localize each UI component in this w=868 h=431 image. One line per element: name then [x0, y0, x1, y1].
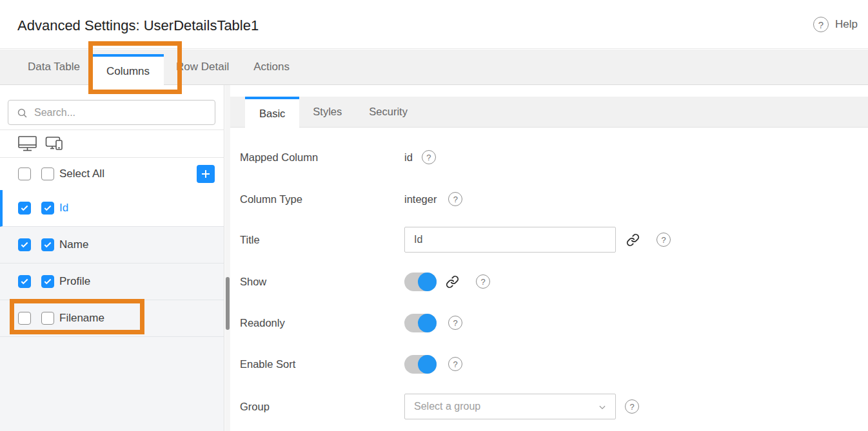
field-label: Group [240, 401, 404, 413]
field-show: Show ? [240, 269, 868, 294]
tab-columns[interactable]: Columns [92, 54, 164, 86]
search-input[interactable] [8, 101, 215, 124]
field-group: Group Select a group ? [240, 394, 868, 419]
show-toggle[interactable] [404, 273, 437, 291]
help-button[interactable]: ? Help [813, 17, 858, 32]
help-circle-icon[interactable]: ? [448, 316, 462, 330]
desktop-icon[interactable] [17, 135, 37, 152]
help-label: Help [835, 18, 858, 31]
name-web-checkbox[interactable] [18, 238, 31, 251]
field-column-type: Column Type integer ? [240, 186, 868, 212]
select-all-label: Select All [59, 168, 104, 180]
profile-mobile-checkbox[interactable] [41, 275, 54, 288]
select-all-row: Select All [0, 158, 224, 190]
tab-basic[interactable]: Basic [245, 97, 299, 128]
name-mobile-checkbox[interactable] [41, 238, 54, 251]
chevron-down-icon [597, 403, 607, 412]
select-all-web-checkbox[interactable] [18, 168, 31, 180]
column-settings-panel: Basic Styles Security Mapped Column id ?… [230, 85, 868, 431]
sidebar-scrollbar-track[interactable] [225, 85, 230, 431]
add-column-button[interactable] [197, 165, 215, 183]
help-circle-icon[interactable]: ? [656, 233, 671, 247]
enable-sort-toggle[interactable] [404, 355, 437, 374]
column-row-name[interactable]: Name [0, 227, 224, 263]
device-toggle-row [0, 130, 224, 157]
filename-mobile-checkbox[interactable] [41, 312, 54, 325]
tab-actions[interactable]: Actions [241, 50, 302, 84]
help-circle-icon[interactable]: ? [625, 399, 639, 414]
page-title: Advanced Settings: UserDetailsTable1 [17, 17, 259, 34]
column-search [8, 100, 215, 125]
bind-link-icon[interactable] [626, 233, 640, 247]
tab-row-detail[interactable]: Row Detail [164, 50, 241, 84]
main-tab-bar: Data Table Columns Row Detail Actions [0, 50, 868, 85]
field-label: Show [240, 276, 404, 288]
tab-styles[interactable]: Styles [299, 97, 355, 127]
toggle-knob [418, 273, 437, 291]
column-type-value: integer [404, 193, 437, 206]
help-circle-icon[interactable]: ? [448, 192, 462, 206]
field-label: Column Type [240, 193, 404, 206]
tab-security[interactable]: Security [355, 97, 421, 127]
help-circle-icon[interactable]: ? [448, 357, 462, 371]
window-header: Advanced Settings: UserDetailsTable1 ? H… [0, 0, 868, 49]
filename-web-checkbox[interactable] [18, 312, 31, 325]
column-row-id[interactable]: Id [0, 190, 224, 227]
field-readonly: Readonly ? [240, 310, 868, 336]
bind-link-icon[interactable] [446, 275, 459, 289]
help-circle-icon: ? [813, 17, 829, 32]
devices-icon[interactable] [45, 135, 64, 152]
mapped-column-value: id [404, 151, 413, 164]
readonly-toggle[interactable] [404, 314, 437, 332]
column-row-filename[interactable]: Filename [0, 300, 224, 337]
field-enable-sort: Enable Sort ? [240, 351, 868, 377]
column-label: Profile [59, 275, 90, 288]
column-row-profile[interactable]: Profile [0, 263, 224, 300]
toggle-knob [418, 314, 437, 332]
field-label: Readonly [240, 317, 404, 329]
field-label: Enable Sort [240, 358, 404, 370]
id-web-checkbox[interactable] [18, 202, 31, 215]
id-mobile-checkbox[interactable] [41, 202, 54, 215]
field-title: Title ? [240, 227, 868, 253]
group-select-placeholder: Select a group [414, 401, 480, 412]
field-label: Mapped Column [240, 151, 404, 164]
column-label: Id [59, 202, 68, 215]
field-label: Title [240, 234, 404, 246]
sidebar-scrollbar-thumb[interactable] [226, 277, 230, 330]
profile-web-checkbox[interactable] [18, 275, 31, 288]
column-label: Filename [59, 312, 104, 325]
toggle-knob [418, 355, 437, 374]
title-input[interactable] [404, 227, 616, 253]
settings-tab-bar: Basic Styles Security [230, 97, 868, 128]
column-label: Name [59, 238, 88, 251]
tab-data-table[interactable]: Data Table [15, 50, 92, 84]
group-select[interactable]: Select a group [404, 394, 616, 419]
column-list: Id Name Profile Filename [0, 190, 224, 337]
help-circle-icon[interactable]: ? [476, 274, 490, 289]
columns-sidebar: Select All Id Name Profile Filename [0, 85, 224, 431]
select-all-mobile-checkbox[interactable] [41, 168, 54, 180]
plus-icon [200, 168, 212, 180]
help-circle-icon[interactable]: ? [422, 150, 436, 164]
field-mapped-column: Mapped Column id ? [240, 144, 868, 170]
